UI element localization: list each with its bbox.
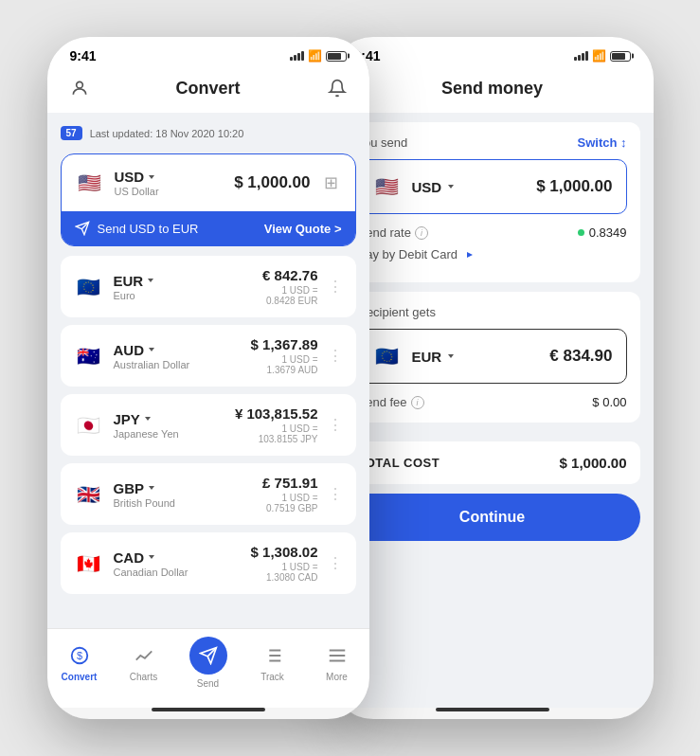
total-label: TOTAL COST	[358, 456, 440, 470]
aud-more-icon[interactable]: ⋮	[328, 347, 343, 365]
pay-method-row[interactable]: Pay by Debit Card	[358, 247, 627, 261]
eur-flag: 🇪🇺	[74, 272, 104, 302]
eur-more-icon[interactable]: ⋮	[328, 278, 343, 296]
time-left: 9:41	[70, 48, 97, 63]
main-currency-row: 🇺🇸 USD US Dollar $ 1,000.00 ⊞	[62, 154, 355, 211]
signal-icon	[290, 51, 304, 61]
gbp-name: British Pound	[114, 497, 254, 509]
fee-info-icon[interactable]: i	[411, 396, 424, 409]
aud-card[interactable]: 🇦🇺 AUD Australian Dollar $ 1,367.89 1 US…	[61, 325, 356, 387]
recipient-amount: € 834.90	[549, 347, 612, 366]
jpy-card[interactable]: 🇯🇵 JPY Japanese Yen ¥ 103,815.52 1 USD =…	[61, 394, 356, 456]
total-value: $ 1,000.00	[560, 455, 627, 471]
update-badge: 57	[61, 126, 82, 140]
continue-bar: Continue	[332, 484, 654, 560]
usd-name: US Dollar	[115, 186, 225, 197]
continue-button[interactable]: Continue	[345, 494, 640, 541]
eur-rate: 1 USD = 0.8428 EUR	[262, 285, 317, 306]
gbp-card[interactable]: 🇬🇧 GBP British Pound £ 751.91 1 USD = 0.…	[61, 463, 356, 525]
total-cost-bar: TOTAL COST $ 1,000.00	[345, 441, 640, 484]
svg-point-0	[76, 81, 82, 88]
home-indicator-left	[152, 708, 265, 711]
gbp-rate: 1 USD = 0.7519 GBP	[262, 493, 317, 513]
user-icon[interactable]	[66, 75, 93, 101]
placeholder-icon-right	[608, 75, 635, 101]
switch-button[interactable]: Switch ↕	[577, 135, 626, 150]
recipient-currency-input[interactable]: 🇪🇺 EUR € 834.90	[358, 329, 627, 384]
rate-value: 0.8349	[578, 225, 627, 240]
aud-amounts: $ 1,367.89 1 USD = 1.3679 AUD	[251, 336, 318, 375]
you-send-header-row: you send Switch ↕	[358, 135, 627, 150]
main-currency-card: 🇺🇸 USD US Dollar $ 1,000.00 ⊞	[61, 153, 356, 246]
pay-method[interactable]: Pay by Debit Card	[358, 247, 476, 261]
jpy-flag: 🇯🇵	[74, 410, 104, 441]
aud-amount: $ 1,367.89	[251, 336, 318, 352]
signal-icon-right	[574, 51, 588, 61]
more-tab-icon	[325, 643, 350, 668]
right-content: you send Switch ↕ 🇺🇸 USD $ 1,000.00	[332, 113, 654, 708]
calculator-icon[interactable]: ⊞	[320, 169, 342, 197]
rate-row: Send rate i 0.8349	[358, 225, 627, 240]
status-bar-left: 9:41 📶	[47, 37, 369, 67]
recipient-label: Recipient gets	[358, 305, 627, 319]
cad-card[interactable]: 🇨🇦 CAD Canadian Dollar $ 1,308.02 1 USD …	[61, 532, 356, 594]
cad-flag: 🇨🇦	[74, 549, 104, 579]
track-tab-icon	[260, 643, 285, 668]
convert-tab-icon: $	[67, 643, 92, 668]
rate-info-icon[interactable]: i	[415, 226, 428, 240]
aud-name: Australian Dollar	[114, 359, 242, 370]
svg-marker-6	[145, 417, 151, 421]
send-amount: $ 1,000.00	[536, 177, 612, 196]
charts-tab-icon	[132, 643, 156, 668]
recipient-currency-select[interactable]: EUR	[412, 349, 457, 365]
jpy-amount: ¥ 103,815.52	[235, 405, 318, 422]
update-text: Last updated: 18 Nov 2020 10:20	[90, 128, 244, 139]
tab-convert[interactable]: $ Convert	[47, 643, 112, 682]
status-bar-right: 9:41 📶	[332, 37, 654, 67]
send-currency-select[interactable]: USD	[412, 179, 457, 195]
send-currency-input[interactable]: 🇺🇸 USD $ 1,000.00	[358, 159, 627, 214]
eur-card[interactable]: 🇪🇺 EUR Euro € 842.76 1 USD = 0.8428 EUR	[61, 256, 356, 317]
jpy-more-icon[interactable]: ⋮	[328, 416, 343, 434]
jpy-info: JPY Japanese Yen	[114, 411, 225, 440]
cad-name: Canadian Dollar	[114, 567, 242, 578]
recipient-flag: 🇪🇺	[372, 341, 403, 371]
header-title-right: Send money	[377, 79, 608, 99]
svg-marker-5	[149, 348, 154, 351]
jpy-code: JPY	[114, 411, 225, 427]
usd-info: USD US Dollar	[115, 169, 225, 197]
svg-text:$: $	[76, 650, 81, 661]
jpy-rate: 1 USD = 103.8155 JPY	[235, 423, 318, 444]
send-quote-row[interactable]: Send USD to EUR View Quote >	[62, 211, 355, 245]
tab-send[interactable]: Send	[176, 637, 241, 689]
status-icons-right: 📶	[574, 49, 631, 63]
header-title-left: Convert	[93, 79, 324, 99]
battery-icon-right	[610, 51, 631, 62]
tab-charts[interactable]: Charts	[112, 643, 176, 682]
gbp-more-icon[interactable]: ⋮	[328, 485, 343, 503]
update-bar: 57 Last updated: 18 Nov 2020 10:20	[61, 122, 356, 144]
cad-rate: 1 USD = 1.3080 CAD	[251, 562, 318, 583]
tab-track[interactable]: Track	[241, 643, 305, 682]
right-phone: 9:41 📶	[332, 37, 654, 719]
svg-marker-7	[149, 486, 154, 490]
send-tab-label: Send	[197, 678, 219, 689]
jpy-name: Japanese Yen	[114, 428, 225, 440]
usd-code: USD	[115, 169, 225, 185]
aud-code: AUD	[114, 342, 242, 358]
bell-icon[interactable]	[324, 75, 350, 101]
eur-name: Euro	[114, 290, 254, 301]
cad-amount: $ 1,308.02	[251, 544, 318, 560]
cad-more-icon[interactable]: ⋮	[328, 554, 343, 572]
right-app-header: Send money	[332, 67, 654, 113]
eur-amounts: € 842.76 1 USD = 0.8428 EUR	[262, 267, 317, 306]
tab-more[interactable]: More	[305, 643, 369, 682]
view-quote-btn[interactable]: View Quote >	[264, 222, 342, 236]
gbp-flag: 🇬🇧	[74, 479, 104, 510]
svg-marker-8	[149, 555, 154, 559]
gbp-info: GBP British Pound	[114, 480, 254, 509]
svg-marker-24	[448, 354, 454, 358]
track-tab-label: Track	[260, 672, 284, 682]
jpy-amounts: ¥ 103,815.52 1 USD = 103.8155 JPY	[235, 405, 318, 444]
cad-info: CAD Canadian Dollar	[114, 549, 242, 578]
